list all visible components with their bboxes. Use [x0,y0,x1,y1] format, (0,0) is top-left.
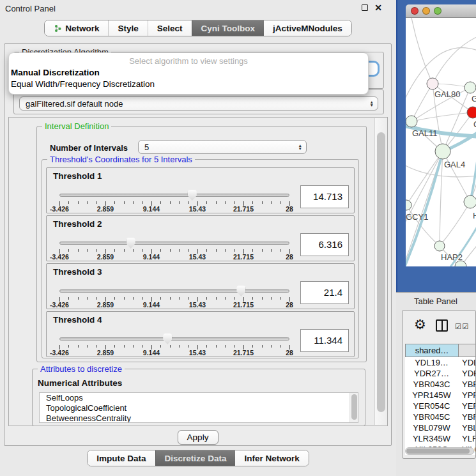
slider-thumb[interactable] [127,238,135,249]
tab-discretize-data[interactable]: Discretize Data [155,450,236,466]
network-edge[interactable] [411,112,473,121]
threshold-slider[interactable] [59,334,289,345]
table-cell-name[interactable]: YBR043C [458,379,476,390]
table-cell-name[interactable]: YPR145W [458,390,476,401]
table-cell-name[interactable]: YDL19… [458,357,476,368]
network-edge[interactable] [411,84,433,121]
table-cell-shared-name[interactable]: YBR045C [405,411,458,422]
network-edge[interactable] [433,36,476,84]
threshold-slider[interactable] [59,238,289,249]
table-cell-shared-name[interactable]: YBL079W [405,422,458,433]
apply-button[interactable]: Apply [178,430,219,445]
select-columns-icon[interactable]: ☑☑ [455,322,470,331]
close-traffic-light[interactable] [411,7,418,15]
panel-vertical-scrollbar[interactable] [374,118,387,425]
network-edge[interactable] [406,151,443,205]
table-row[interactable]: YLR345WYLR345W [405,433,476,444]
table-row[interactable]: YBR045CYBR045C [405,411,476,422]
table-cell-shared-name[interactable]: YDL19… [405,357,458,368]
network-edge[interactable] [411,18,433,84]
table-cell-shared-name[interactable]: YDR27… [405,368,458,379]
slider-thumb[interactable] [188,190,197,201]
tick-label: 9.144 [143,205,160,213]
tick-label: -3.426 [50,205,69,213]
table-cell-shared-name[interactable]: YPR145W [405,390,458,401]
network-edge[interactable] [406,164,476,177]
tab-jactivemnodules[interactable]: jActiveMNodules [264,20,351,36]
attributes-scrollbar[interactable] [349,393,358,422]
attribute-list-item[interactable]: BetweennessCentrality [40,413,358,423]
tab-label: Network [65,24,99,33]
table-row[interactable]: YDR27…YDR27… [405,368,476,379]
table-cell-name[interactable]: YDR27… [458,368,476,379]
table-row[interactable]: YBR043CYBR043C [405,379,476,390]
table-row[interactable]: YBL079WYBL079W [405,422,476,433]
threshold-value-field[interactable]: 6.316 [300,233,349,256]
attribute-list-item[interactable]: TopologicalCoefficient [40,403,358,413]
tick-label: 2.859 [97,253,114,261]
network-node-GAL80[interactable] [427,78,438,89]
table-row[interactable]: YER054CYER054C [405,401,476,411]
number-of-intervals-combobox[interactable]: 5 ▲▼ [138,140,307,154]
table-horizontal-scrollbar[interactable] [405,447,474,455]
network-node-HAP2[interactable] [434,241,445,251]
slider-tick-labels: -3.4262.8599.14415.4321.71528 [59,253,289,261]
algorithm-placeholder: Select algorithm to view settings [9,56,368,66]
column-header-name[interactable]: name [459,344,476,357]
minimize-traffic-light[interactable] [422,7,430,15]
tab-network[interactable]: Network [45,20,108,36]
slider-thumb[interactable] [236,286,245,296]
algorithm-option-manual[interactable]: Manual Discretization [11,68,100,77]
slider-track[interactable] [59,337,289,341]
network-canvas[interactable]: GAL80GACGAL11GAL4GCY1HHAP2 [406,18,476,266]
attribute-list-item[interactable]: SelfLoops [40,393,358,403]
table-cell-name[interactable]: YBR045C [458,411,476,422]
slider-track[interactable] [59,289,289,293]
threshold-label: Threshold 4 [53,315,102,325]
tab-infer-network[interactable]: Infer Network [235,450,308,466]
tab-cyni-toolbox[interactable]: Cyni Toolbox [192,20,265,36]
gear-icon[interactable]: ⚙ [414,317,426,332]
attr-items: SelfLoopsTopologicalCoefficientBetweenne… [40,393,358,423]
threshold-value-field[interactable]: 21.4 [300,281,349,304]
table-data-combobox[interactable]: galFiltered.sif default node ▲▼ [19,96,378,111]
thresholds-list: Threshold 1-3.4262.8599.14415.4321.71528… [46,167,355,359]
threshold-slider[interactable] [59,286,289,297]
network-node-GCY1[interactable] [406,200,411,210]
float-window-icon[interactable] [362,4,368,11]
zoom-traffic-light[interactable] [434,7,441,15]
column-header-shared-name[interactable]: shared… [406,344,459,357]
scrollbar-thumb[interactable] [377,132,385,412]
network-node-GA[interactable] [464,82,476,93]
threshold-slider[interactable] [59,190,289,201]
slider-track[interactable] [59,194,289,197]
table-cell-name[interactable]: YLR345W [458,433,476,444]
tab-style[interactable]: Style [108,20,147,36]
slider-track[interactable] [59,242,289,245]
network-node-GAL11[interactable] [406,116,417,127]
table-cell-name[interactable]: YBL079W [458,422,476,433]
interval-definition-section: Interval Definition Number of Intervals … [36,126,367,362]
table-cell-name[interactable]: YER054C [458,401,476,411]
tab-select[interactable]: Select [148,20,192,36]
threshold-value-field[interactable]: 11.344 [300,329,349,352]
algorithm-option-equal-width[interactable]: Equal Width/Frequency Discretization [11,79,155,89]
table-cell-shared-name[interactable]: YLR345W [405,433,458,444]
tab-label: Infer Network [244,454,299,463]
threshold-label: Threshold 3 [53,267,102,277]
network-node-C[interactable] [467,107,476,118]
threshold-value-field[interactable]: 14.713 [300,185,349,208]
table-row[interactable]: YPR145WYPR145W [405,390,476,401]
table-row[interactable]: YDL19…YDL19… [405,357,476,368]
network-node-H[interactable] [464,196,476,208]
table-cell-shared-name[interactable]: YER054C [405,401,458,411]
table-cell-shared-name[interactable]: YBR043C [405,379,458,390]
close-icon[interactable]: ✕ [374,4,382,12]
slider-thumb[interactable] [163,334,172,344]
column-layout-icon[interactable] [436,319,448,332]
threshold-row: Threshold 1-3.4262.8599.14415.4321.71528… [46,167,355,213]
scrollbar-thumb[interactable] [406,449,470,454]
network-edge[interactable] [440,202,470,246]
network-node-GAL4[interactable] [435,144,450,159]
tab-impute-data[interactable]: Impute Data [88,450,155,466]
